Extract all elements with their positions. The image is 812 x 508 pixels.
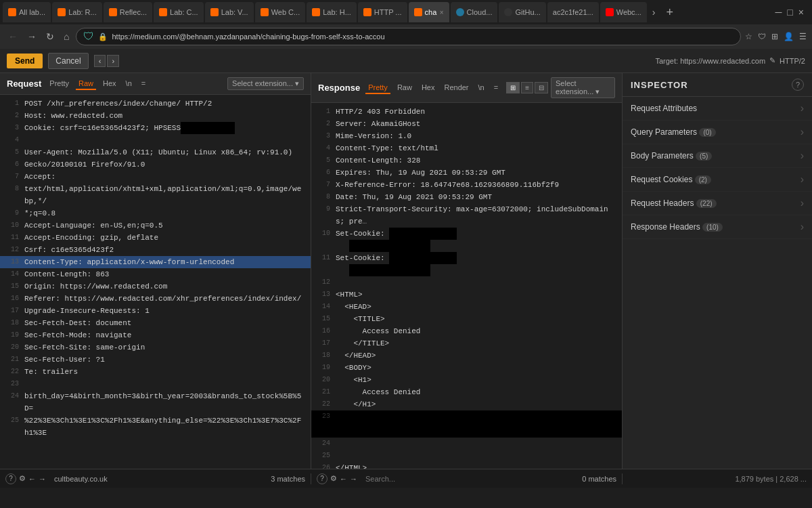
request-tab-hex[interactable]: Hex <box>100 78 119 90</box>
nav-icons: ☆ 🛡 ⊞ 👤 ☰ <box>745 32 807 41</box>
cancel-button[interactable]: Cancel <box>48 53 88 69</box>
request-tab-ln[interactable]: \n <box>123 78 135 90</box>
tab-favicon <box>414 8 422 16</box>
right-arrow-icon[interactable]: → <box>350 475 357 483</box>
response-tab-eq[interactable]: = <box>491 82 501 94</box>
tab-cha[interactable]: cha × <box>409 2 449 22</box>
code-line: 7Accept: <box>0 171 311 183</box>
code-line: 17Upgrade-Insecure-Requests: 1 <box>0 305 311 317</box>
code-line: 23 <box>0 378 311 390</box>
tab-favicon <box>159 8 167 16</box>
code-line: 16Referer: https://www.redacted.com/xhr_… <box>0 293 311 305</box>
response-tab-raw[interactable]: Raw <box>394 82 415 94</box>
tab-close-icon[interactable]: × <box>440 9 444 16</box>
inspector-help-icon[interactable]: ? <box>792 79 804 91</box>
status-bar: ? ⚙ ← → cultbeauty.co.uk 3 matches ? ⚙ ←… <box>0 469 812 488</box>
code-line: 10Set-Cookie: <box>311 228 622 240</box>
shield-check-icon[interactable]: 🛡 <box>758 32 766 41</box>
request-select-extension[interactable]: Select extension... ▾ <box>227 77 304 90</box>
tab-lab-h[interactable]: Lab: H... <box>307 2 357 22</box>
code-line: 24 <box>311 438 622 450</box>
help-icon[interactable]: ? <box>5 473 16 484</box>
response-tab-render[interactable]: Render <box>441 82 471 94</box>
forward-button[interactable]: → <box>24 30 39 43</box>
inspector-item-response-headers[interactable]: Response Headers (10) › <box>623 215 812 239</box>
tab-ac2[interactable]: ac2c1fe21... <box>547 2 599 22</box>
inspector-item-request-attributes[interactable]: Request Attributes › <box>623 97 812 121</box>
tab-webc[interactable]: Webc... <box>600 2 647 22</box>
right-arrow-icon[interactable]: → <box>39 475 46 483</box>
settings-icon[interactable]: ⚙ <box>19 474 26 483</box>
prev-arrow-button[interactable]: ‹ <box>94 55 106 67</box>
request-panel-body[interactable]: 1POST /xhr_preferences/index/change/ HTT… <box>0 95 311 469</box>
tab-lab-r[interactable]: Lab: R... <box>52 2 102 22</box>
panels: Request Pretty Raw Hex \n = Select exten… <box>0 73 812 469</box>
response-tab-pretty[interactable]: Pretty <box>365 82 390 94</box>
target-info: Target: https://www.redacted.com ✎ HTTP/… <box>655 56 805 65</box>
chevron-right-icon: › <box>800 221 804 233</box>
code-line: 18 </HEAD> <box>311 350 622 362</box>
view-toggle-table[interactable]: ⊟ <box>535 82 548 93</box>
extensions-icon[interactable]: ⊞ <box>771 32 778 41</box>
refresh-button[interactable]: ↻ <box>43 30 57 43</box>
settings-icon[interactable]: ⚙ <box>330 474 337 483</box>
code-line: 3Cookie: csrf=c16e5365d423f2; HPSESS <box>0 122 311 134</box>
navigation-bar: ← → ↻ ⌂ 🛡 🔒 https://medium.com/@behnam.y… <box>0 24 812 49</box>
tab-github[interactable]: GitHu... <box>499 2 545 22</box>
tab-bar: All lab... Lab: R... Reflec... Lab: C...… <box>0 0 812 24</box>
bookmark-icon[interactable]: ☆ <box>745 32 752 41</box>
maximize-button[interactable]: □ <box>787 7 792 18</box>
request-panel-header: Request Pretty Raw Hex \n = Select exten… <box>0 73 311 95</box>
menu-icon[interactable]: ☰ <box>799 32 807 41</box>
left-arrow-icon[interactable]: ← <box>340 475 347 483</box>
tab-overflow-icon[interactable]: › <box>648 7 660 18</box>
tab-web-c[interactable]: Web C... <box>255 2 306 22</box>
lock-icon: 🔒 <box>98 33 108 41</box>
code-line: 17 </TITLE> <box>311 337 622 350</box>
tab-reflec[interactable]: Reflec... <box>104 2 152 22</box>
code-line <box>311 264 622 276</box>
bytes-info: 1,879 bytes | 2,628 ... <box>735 475 812 483</box>
inspector-item-request-headers[interactable]: Request Headers (22) › <box>623 192 812 215</box>
tab-lab-c[interactable]: Lab: C... <box>154 2 204 22</box>
response-panel-body[interactable]: 1HTTP/2 403 Forbidden 2Server: AkamaiGHo… <box>311 103 622 469</box>
window-controls: ─ □ × <box>775 7 809 18</box>
view-toggle-list[interactable]: ≡ <box>521 82 533 93</box>
response-select-extension[interactable]: Select extension... ▾ <box>551 77 615 98</box>
code-line: 7X-Reference-Error: 18.64747e68.16293668… <box>311 179 622 191</box>
protocol-label: HTTP/2 <box>780 57 805 65</box>
inspector-item-query-params[interactable]: Query Parameters (0) › <box>623 121 812 144</box>
profile-icon[interactable]: 👤 <box>784 32 794 41</box>
code-line: 5User-Agent: Mozilla/5.0 (X11; Ubuntu; L… <box>0 146 311 158</box>
tab-all-lab[interactable]: All lab... <box>3 2 51 22</box>
edit-target-icon[interactable]: ✎ <box>769 56 775 65</box>
next-arrow-button[interactable]: › <box>107 55 119 67</box>
request-panel-actions: Select extension... ▾ <box>227 77 304 90</box>
response-search-input[interactable] <box>360 475 579 483</box>
help-icon[interactable]: ? <box>317 473 328 484</box>
view-toggle-grid[interactable]: ⊞ <box>506 82 520 93</box>
request-tab-pretty[interactable]: Pretty <box>47 78 72 90</box>
minimize-button[interactable]: ─ <box>775 7 782 18</box>
response-status-icons: ? ⚙ ← → <box>317 473 357 484</box>
code-line: 15Origin: https://www.redacted.com <box>0 280 311 293</box>
tab-favicon <box>210 8 219 16</box>
new-tab-button[interactable]: + <box>660 5 679 20</box>
home-button[interactable]: ⌂ <box>61 30 72 43</box>
target-label: Target: https://www.redacted.com <box>655 57 765 65</box>
address-bar[interactable]: 🛡 🔒 https://medium.com/@behnam.yazdanpan… <box>76 28 741 45</box>
back-button[interactable]: ← <box>5 30 20 43</box>
inspector-item-request-cookies[interactable]: Request Cookies (2) › <box>623 168 812 192</box>
close-button[interactable]: × <box>798 7 804 18</box>
tab-http[interactable]: HTTP ... <box>358 2 407 22</box>
request-tab-eq[interactable]: = <box>139 78 148 90</box>
response-tab-ln[interactable]: \n <box>476 82 487 94</box>
send-button[interactable]: Send <box>7 54 43 68</box>
response-tab-hex[interactable]: Hex <box>419 82 438 94</box>
tab-lab-v[interactable]: Lab: V... <box>205 2 254 22</box>
left-arrow-icon[interactable]: ← <box>28 475 36 483</box>
chevron-right-icon: › <box>800 173 804 186</box>
tab-cloud[interactable]: Cloud... <box>451 2 498 22</box>
inspector-item-body-params[interactable]: Body Parameters (5) › <box>623 144 812 168</box>
request-tab-raw[interactable]: Raw <box>76 78 96 90</box>
